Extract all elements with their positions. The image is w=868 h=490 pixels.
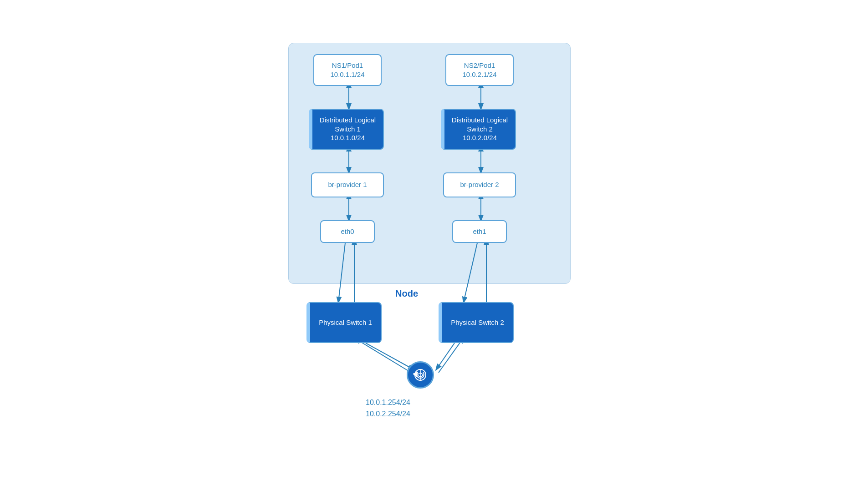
ns2-pod1-ip: 10.0.2.1/24 bbox=[462, 70, 496, 79]
eth0-label: eth0 bbox=[341, 227, 354, 236]
router-ip1: 10.0.1.254/24 bbox=[366, 397, 410, 409]
dls2-box: Distributed Logical Switch 2 10.0.2.0/24 bbox=[441, 109, 516, 150]
ns1-pod1-box: NS1/Pod1 10.0.1.1/24 bbox=[313, 54, 382, 86]
ns2-pod1-box: NS2/Pod1 10.0.2.1/24 bbox=[445, 54, 514, 86]
br-provider1-box: br-provider 1 bbox=[311, 172, 384, 197]
svg-line-11 bbox=[359, 341, 411, 373]
br-provider1-label: br-provider 1 bbox=[328, 180, 367, 189]
phys-switch1-label: Physical Switch 1 bbox=[319, 318, 372, 327]
br-provider2-box: br-provider 2 bbox=[443, 172, 516, 197]
diagram-wrapper: Node bbox=[275, 29, 593, 461]
ns1-pod1-label: NS1/Pod1 bbox=[330, 61, 364, 70]
eth1-label: eth1 bbox=[473, 227, 486, 236]
dls2-label: Distributed Logical Switch 2 bbox=[444, 116, 515, 133]
phys-switch2-box: Physical Switch 2 bbox=[439, 302, 514, 343]
ns2-pod1-label: NS2/Pod1 bbox=[462, 61, 496, 70]
eth0-box: eth0 bbox=[320, 220, 375, 243]
router-icon bbox=[407, 361, 434, 389]
ns1-pod1-ip: 10.0.1.1/24 bbox=[330, 70, 364, 79]
svg-line-10 bbox=[366, 343, 414, 369]
dls1-label: Distributed Logical Switch 1 bbox=[312, 116, 383, 133]
node-label: Node bbox=[395, 288, 418, 299]
dls1-box: Distributed Logical Switch 1 10.0.1.0/24 bbox=[309, 109, 384, 150]
eth1-box: eth1 bbox=[452, 220, 507, 243]
phys-switch2-label: Physical Switch 2 bbox=[451, 318, 504, 327]
svg-line-13 bbox=[439, 341, 461, 373]
router-ip2: 10.0.2.254/24 bbox=[366, 408, 410, 420]
svg-line-12 bbox=[436, 343, 454, 369]
dls1-ip: 10.0.1.0/24 bbox=[312, 133, 383, 142]
canvas: Node bbox=[0, 0, 868, 490]
dls2-ip: 10.0.2.0/24 bbox=[444, 133, 515, 142]
phys-switch1-box: Physical Switch 1 bbox=[306, 302, 382, 343]
br-provider2-label: br-provider 2 bbox=[460, 180, 499, 189]
router-ips: 10.0.1.254/24 10.0.2.254/24 bbox=[366, 397, 410, 420]
